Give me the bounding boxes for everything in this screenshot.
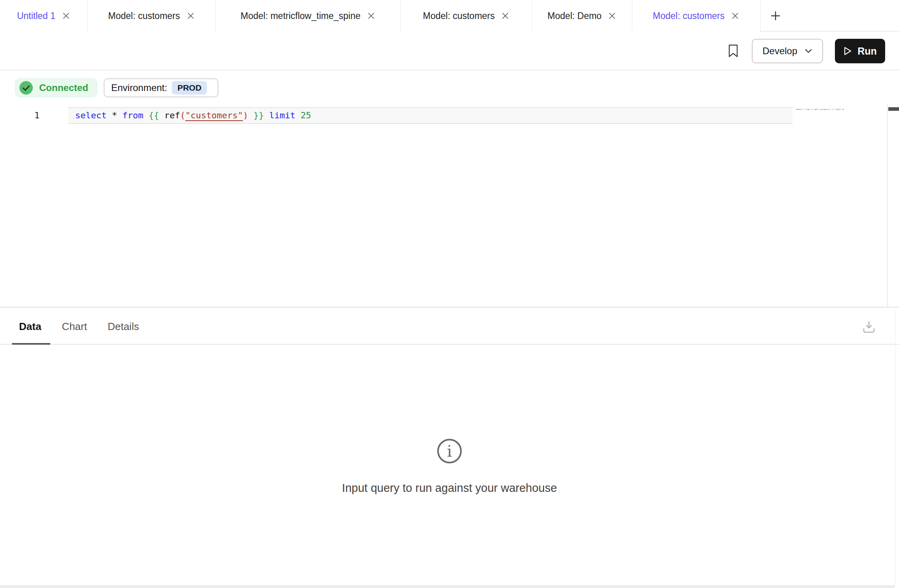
close-icon[interactable]	[367, 11, 376, 20]
tab-label: Untitled 1	[17, 11, 55, 21]
develop-dropdown-button[interactable]: Develop	[752, 39, 823, 63]
empty-state: i Input query to run against your wareho…	[0, 438, 899, 495]
tab-model-customers-3[interactable]: Model: customers	[632, 0, 761, 32]
close-icon[interactable]	[731, 11, 740, 20]
editor-tab-bar: Untitled 1 Model: customers Model: metri…	[0, 0, 899, 32]
environment-value-chip: PROD	[172, 81, 207, 95]
tab-details[interactable]: Details	[108, 321, 139, 333]
chevron-down-icon	[212, 86, 212, 90]
sql-editor[interactable]: 1 select * from {{ ref("customers") }} l…	[0, 104, 899, 308]
tab-label: Model: customers	[423, 11, 495, 21]
environment-selector[interactable]: Environment: PROD	[104, 78, 218, 97]
toolbar: Develop Run	[0, 32, 899, 70]
code-token	[117, 110, 122, 120]
new-tab-button[interactable]	[761, 0, 791, 32]
editor-scrollbar-thumb[interactable]	[888, 107, 899, 111]
tab-data[interactable]: Data	[19, 321, 41, 333]
code-token	[248, 110, 253, 120]
svg-text:i: i	[447, 442, 452, 460]
close-icon[interactable]	[501, 11, 510, 20]
code-token	[106, 110, 112, 120]
info-icon: i	[436, 438, 463, 464]
tab-model-demo[interactable]: Model: Demo	[532, 0, 632, 32]
code-token	[264, 110, 269, 120]
close-icon[interactable]	[608, 11, 616, 20]
code-token: from	[122, 110, 143, 120]
code-token: limit	[269, 110, 295, 120]
results-tab-bar: Data Chart Details	[0, 309, 899, 345]
code-token: {{	[148, 110, 159, 120]
connection-status-text: Connected	[39, 82, 88, 93]
chevron-down-icon	[804, 49, 812, 53]
code-token	[159, 110, 164, 120]
bookmark-button[interactable]	[726, 43, 740, 59]
code-token: (	[180, 110, 185, 120]
line-number: 1	[24, 107, 40, 124]
editor-minimap[interactable]: select * from {{ ref("customers") }} lim…	[796, 108, 844, 111]
close-icon[interactable]	[186, 11, 195, 20]
check-circle-icon	[19, 80, 34, 95]
code-token: }}	[253, 110, 264, 120]
bottom-panel-edge	[0, 585, 895, 588]
code-token: )	[243, 110, 248, 120]
connection-status-badge: Connected	[15, 78, 97, 97]
tab-chart[interactable]: Chart	[62, 321, 87, 333]
minimap-border	[887, 104, 888, 308]
code-token	[295, 110, 300, 120]
tab-label: Model: customers	[108, 11, 180, 21]
tab-model-customers-1[interactable]: Model: customers	[88, 0, 216, 32]
code-token: 25	[301, 110, 311, 120]
bookmark-icon	[728, 44, 739, 58]
download-button[interactable]	[861, 319, 876, 335]
code-token: *	[112, 110, 117, 120]
code-token	[143, 110, 148, 120]
download-icon	[862, 319, 876, 334]
code-line[interactable]: select * from {{ ref("customers") }} lim…	[75, 107, 311, 124]
tab-model-metricflow-time-spine[interactable]: Model: metricflow_time_spine	[216, 0, 401, 32]
empty-state-message: Input query to run against your warehous…	[0, 482, 899, 495]
plus-icon	[770, 10, 781, 22]
run-button[interactable]: Run	[835, 39, 885, 63]
results-panel: Data Chart Details i Input query to run …	[0, 309, 899, 585]
close-icon[interactable]	[62, 11, 70, 20]
code-token: ref	[164, 110, 180, 120]
environment-label: Environment:	[111, 82, 167, 93]
tab-label: Model: Demo	[548, 11, 602, 21]
run-label: Run	[857, 46, 877, 57]
model-ref-link[interactable]: "customers"	[185, 110, 243, 120]
active-tab-underline	[12, 343, 50, 345]
tab-model-customers-2[interactable]: Model: customers	[401, 0, 532, 32]
play-icon	[843, 46, 852, 56]
status-bar: Connected Environment: PROD	[15, 78, 218, 97]
code-token: select	[75, 110, 106, 120]
tab-label: Model: customers	[653, 11, 725, 21]
develop-label: Develop	[762, 46, 797, 57]
tab-label: Model: metricflow_time_spine	[241, 11, 360, 21]
tab-untitled-1[interactable]: Untitled 1	[0, 0, 88, 32]
